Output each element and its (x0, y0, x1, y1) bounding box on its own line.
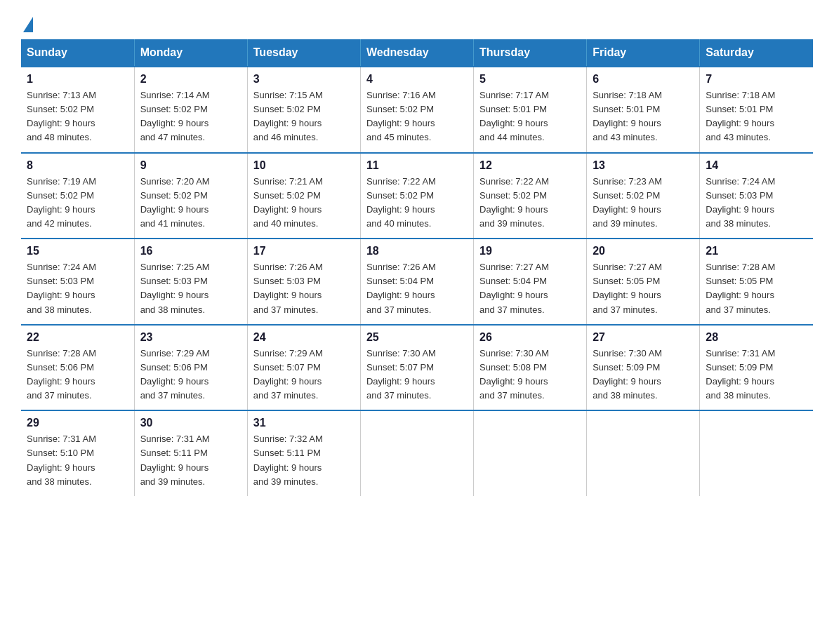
calendar-day-cell: 14 Sunrise: 7:24 AM Sunset: 5:03 PM Dayl… (700, 153, 813, 239)
day-info: Sunrise: 7:18 AM Sunset: 5:01 PM Dayligh… (706, 88, 807, 145)
day-number: 9 (140, 159, 241, 172)
day-number: 12 (479, 159, 581, 172)
day-info: Sunrise: 7:31 AM Sunset: 5:11 PM Dayligh… (140, 432, 241, 489)
day-info: Sunrise: 7:32 AM Sunset: 5:11 PM Dayligh… (253, 432, 355, 489)
calendar-day-cell: 8 Sunrise: 7:19 AM Sunset: 5:02 PM Dayli… (21, 153, 134, 239)
day-number: 3 (253, 73, 355, 86)
day-number: 19 (479, 245, 581, 257)
day-number: 10 (253, 159, 355, 172)
calendar-day-cell: 18 Sunrise: 7:26 AM Sunset: 5:04 PM Dayl… (360, 239, 473, 325)
day-info: Sunrise: 7:25 AM Sunset: 5:03 PM Dayligh… (140, 260, 241, 317)
calendar-week-row: 29 Sunrise: 7:31 AM Sunset: 5:10 PM Dayl… (21, 410, 813, 496)
calendar-week-row: 22 Sunrise: 7:28 AM Sunset: 5:06 PM Dayl… (21, 325, 813, 411)
day-number: 27 (593, 331, 694, 344)
day-info: Sunrise: 7:29 AM Sunset: 5:06 PM Dayligh… (140, 347, 241, 403)
day-number: 14 (706, 159, 807, 172)
calendar-day-header: Monday (134, 39, 247, 67)
calendar-day-cell: 26 Sunrise: 7:30 AM Sunset: 5:08 PM Dayl… (474, 325, 587, 411)
day-info: Sunrise: 7:15 AM Sunset: 5:02 PM Dayligh… (253, 88, 355, 145)
day-number: 7 (706, 73, 807, 86)
day-info: Sunrise: 7:30 AM Sunset: 5:07 PM Dayligh… (366, 347, 468, 403)
calendar-week-row: 15 Sunrise: 7:24 AM Sunset: 5:03 PM Dayl… (21, 239, 813, 325)
day-info: Sunrise: 7:31 AM Sunset: 5:10 PM Dayligh… (27, 432, 128, 489)
day-number: 8 (27, 159, 128, 172)
calendar-day-cell: 9 Sunrise: 7:20 AM Sunset: 5:02 PM Dayli… (134, 153, 247, 239)
day-number: 18 (366, 245, 468, 257)
calendar-day-cell: 27 Sunrise: 7:30 AM Sunset: 5:09 PM Dayl… (587, 325, 700, 411)
calendar-day-cell (700, 410, 813, 496)
calendar-day-cell: 1 Sunrise: 7:13 AM Sunset: 5:02 PM Dayli… (21, 67, 134, 153)
day-number: 29 (27, 417, 128, 429)
calendar-day-cell (360, 410, 473, 496)
calendar-day-header: Wednesday (360, 39, 473, 67)
calendar-day-cell: 3 Sunrise: 7:15 AM Sunset: 5:02 PM Dayli… (247, 67, 360, 153)
calendar-day-cell: 12 Sunrise: 7:22 AM Sunset: 5:02 PM Dayl… (474, 153, 587, 239)
calendar-day-cell: 21 Sunrise: 7:28 AM Sunset: 5:05 PM Dayl… (700, 239, 813, 325)
calendar-table: SundayMondayTuesdayWednesdayThursdayFrid… (21, 39, 813, 496)
calendar-day-cell: 25 Sunrise: 7:30 AM Sunset: 5:07 PM Dayl… (360, 325, 473, 411)
calendar-day-cell: 29 Sunrise: 7:31 AM Sunset: 5:10 PM Dayl… (21, 410, 134, 496)
day-info: Sunrise: 7:22 AM Sunset: 5:02 PM Dayligh… (479, 175, 581, 232)
day-number: 28 (706, 331, 807, 344)
calendar-day-cell: 5 Sunrise: 7:17 AM Sunset: 5:01 PM Dayli… (474, 67, 587, 153)
calendar-day-cell: 28 Sunrise: 7:31 AM Sunset: 5:09 PM Dayl… (700, 325, 813, 411)
calendar-week-row: 1 Sunrise: 7:13 AM Sunset: 5:02 PM Dayli… (21, 67, 813, 153)
day-info: Sunrise: 7:30 AM Sunset: 5:08 PM Dayligh… (479, 347, 581, 403)
day-number: 24 (253, 331, 355, 344)
day-number: 22 (27, 331, 128, 344)
calendar-day-cell: 7 Sunrise: 7:18 AM Sunset: 5:01 PM Dayli… (700, 67, 813, 153)
day-info: Sunrise: 7:27 AM Sunset: 5:05 PM Dayligh… (593, 260, 694, 317)
day-number: 5 (479, 73, 581, 86)
page-header (21, 14, 813, 27)
calendar-day-cell: 15 Sunrise: 7:24 AM Sunset: 5:03 PM Dayl… (21, 239, 134, 325)
day-info: Sunrise: 7:26 AM Sunset: 5:03 PM Dayligh… (253, 260, 355, 317)
calendar-day-cell (474, 410, 587, 496)
day-info: Sunrise: 7:16 AM Sunset: 5:02 PM Dayligh… (366, 88, 468, 145)
calendar-day-cell: 23 Sunrise: 7:29 AM Sunset: 5:06 PM Dayl… (134, 325, 247, 411)
calendar-day-cell: 19 Sunrise: 7:27 AM Sunset: 5:04 PM Dayl… (474, 239, 587, 325)
day-info: Sunrise: 7:26 AM Sunset: 5:04 PM Dayligh… (366, 260, 468, 317)
calendar-day-cell: 4 Sunrise: 7:16 AM Sunset: 5:02 PM Dayli… (360, 67, 473, 153)
day-number: 2 (140, 73, 241, 86)
day-number: 15 (27, 245, 128, 257)
day-info: Sunrise: 7:13 AM Sunset: 5:02 PM Dayligh… (27, 88, 128, 145)
day-number: 21 (706, 245, 807, 257)
day-number: 26 (479, 331, 581, 344)
calendar-day-header: Thursday (474, 39, 587, 67)
calendar-day-header: Saturday (700, 39, 813, 67)
day-info: Sunrise: 7:17 AM Sunset: 5:01 PM Dayligh… (479, 88, 581, 145)
day-info: Sunrise: 7:27 AM Sunset: 5:04 PM Dayligh… (479, 260, 581, 317)
day-number: 1 (27, 73, 128, 86)
logo-triangle-icon (23, 17, 33, 32)
day-number: 17 (253, 245, 355, 257)
day-number: 30 (140, 417, 241, 429)
day-number: 16 (140, 245, 241, 257)
calendar-header-row: SundayMondayTuesdayWednesdayThursdayFrid… (21, 39, 813, 67)
day-info: Sunrise: 7:24 AM Sunset: 5:03 PM Dayligh… (706, 175, 807, 232)
calendar-day-cell: 22 Sunrise: 7:28 AM Sunset: 5:06 PM Dayl… (21, 325, 134, 411)
day-info: Sunrise: 7:28 AM Sunset: 5:05 PM Dayligh… (706, 260, 807, 317)
day-info: Sunrise: 7:18 AM Sunset: 5:01 PM Dayligh… (593, 88, 694, 145)
calendar-day-cell: 13 Sunrise: 7:23 AM Sunset: 5:02 PM Dayl… (587, 153, 700, 239)
calendar-day-cell: 24 Sunrise: 7:29 AM Sunset: 5:07 PM Dayl… (247, 325, 360, 411)
day-number: 4 (366, 73, 468, 86)
day-info: Sunrise: 7:19 AM Sunset: 5:02 PM Dayligh… (27, 175, 128, 232)
day-number: 11 (366, 159, 468, 172)
day-info: Sunrise: 7:30 AM Sunset: 5:09 PM Dayligh… (593, 347, 694, 403)
day-info: Sunrise: 7:31 AM Sunset: 5:09 PM Dayligh… (706, 347, 807, 403)
calendar-day-header: Tuesday (247, 39, 360, 67)
day-number: 23 (140, 331, 241, 344)
calendar-day-cell: 20 Sunrise: 7:27 AM Sunset: 5:05 PM Dayl… (587, 239, 700, 325)
calendar-day-cell: 6 Sunrise: 7:18 AM Sunset: 5:01 PM Dayli… (587, 67, 700, 153)
calendar-day-cell (587, 410, 700, 496)
calendar-day-cell: 31 Sunrise: 7:32 AM Sunset: 5:11 PM Dayl… (247, 410, 360, 496)
calendar-week-row: 8 Sunrise: 7:19 AM Sunset: 5:02 PM Dayli… (21, 153, 813, 239)
calendar-day-cell: 2 Sunrise: 7:14 AM Sunset: 5:02 PM Dayli… (134, 67, 247, 153)
day-info: Sunrise: 7:22 AM Sunset: 5:02 PM Dayligh… (366, 175, 468, 232)
day-info: Sunrise: 7:28 AM Sunset: 5:06 PM Dayligh… (27, 347, 128, 403)
day-info: Sunrise: 7:23 AM Sunset: 5:02 PM Dayligh… (593, 175, 694, 232)
day-number: 20 (593, 245, 694, 257)
day-info: Sunrise: 7:14 AM Sunset: 5:02 PM Dayligh… (140, 88, 241, 145)
day-info: Sunrise: 7:24 AM Sunset: 5:03 PM Dayligh… (27, 260, 128, 317)
logo (21, 14, 33, 27)
